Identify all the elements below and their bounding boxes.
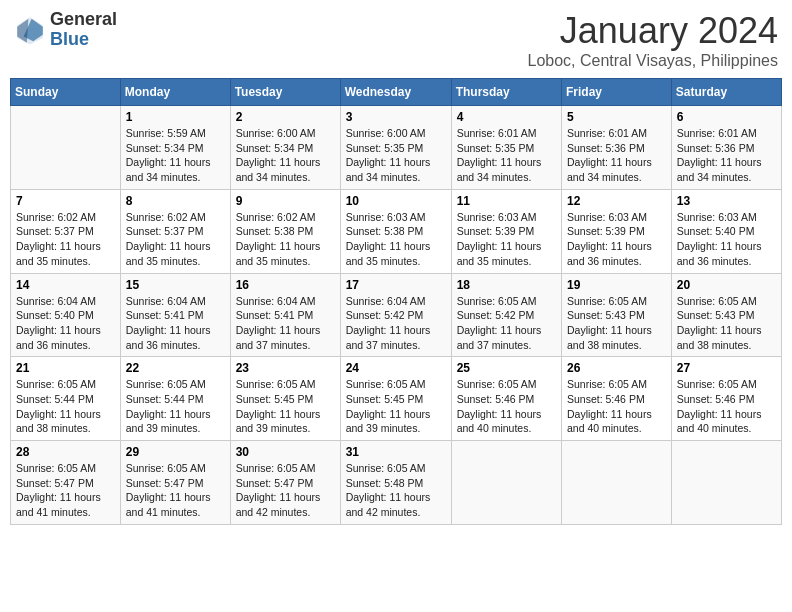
day-number: 1 xyxy=(126,110,225,124)
header-day-wednesday: Wednesday xyxy=(340,79,451,106)
day-info: Sunrise: 6:03 AM Sunset: 5:39 PM Dayligh… xyxy=(567,210,666,269)
calendar-body: 1Sunrise: 5:59 AM Sunset: 5:34 PM Daylig… xyxy=(11,106,782,525)
calendar-cell: 21Sunrise: 6:05 AM Sunset: 5:44 PM Dayli… xyxy=(11,357,121,441)
day-number: 16 xyxy=(236,278,335,292)
week-row-1: 7Sunrise: 6:02 AM Sunset: 5:37 PM Daylig… xyxy=(11,189,782,273)
day-info: Sunrise: 6:03 AM Sunset: 5:38 PM Dayligh… xyxy=(346,210,446,269)
day-info: Sunrise: 6:05 AM Sunset: 5:45 PM Dayligh… xyxy=(236,377,335,436)
day-info: Sunrise: 6:02 AM Sunset: 5:37 PM Dayligh… xyxy=(16,210,115,269)
calendar-cell: 27Sunrise: 6:05 AM Sunset: 5:46 PM Dayli… xyxy=(671,357,781,441)
day-info: Sunrise: 6:05 AM Sunset: 5:46 PM Dayligh… xyxy=(677,377,776,436)
calendar-cell: 6Sunrise: 6:01 AM Sunset: 5:36 PM Daylig… xyxy=(671,106,781,190)
calendar-cell: 12Sunrise: 6:03 AM Sunset: 5:39 PM Dayli… xyxy=(562,189,672,273)
calendar-cell: 24Sunrise: 6:05 AM Sunset: 5:45 PM Dayli… xyxy=(340,357,451,441)
day-info: Sunrise: 6:02 AM Sunset: 5:38 PM Dayligh… xyxy=(236,210,335,269)
day-number: 23 xyxy=(236,361,335,375)
calendar-cell xyxy=(11,106,121,190)
day-number: 10 xyxy=(346,194,446,208)
day-number: 20 xyxy=(677,278,776,292)
calendar-cell: 19Sunrise: 6:05 AM Sunset: 5:43 PM Dayli… xyxy=(562,273,672,357)
day-info: Sunrise: 6:05 AM Sunset: 5:47 PM Dayligh… xyxy=(16,461,115,520)
day-info: Sunrise: 5:59 AM Sunset: 5:34 PM Dayligh… xyxy=(126,126,225,185)
header-day-tuesday: Tuesday xyxy=(230,79,340,106)
day-info: Sunrise: 6:01 AM Sunset: 5:36 PM Dayligh… xyxy=(567,126,666,185)
calendar-cell: 29Sunrise: 6:05 AM Sunset: 5:47 PM Dayli… xyxy=(120,441,230,525)
day-info: Sunrise: 6:00 AM Sunset: 5:35 PM Dayligh… xyxy=(346,126,446,185)
calendar-cell: 3Sunrise: 6:00 AM Sunset: 5:35 PM Daylig… xyxy=(340,106,451,190)
day-number: 9 xyxy=(236,194,335,208)
day-info: Sunrise: 6:01 AM Sunset: 5:35 PM Dayligh… xyxy=(457,126,556,185)
day-number: 2 xyxy=(236,110,335,124)
week-row-3: 21Sunrise: 6:05 AM Sunset: 5:44 PM Dayli… xyxy=(11,357,782,441)
logo-icon xyxy=(14,14,46,46)
day-info: Sunrise: 6:05 AM Sunset: 5:46 PM Dayligh… xyxy=(457,377,556,436)
day-number: 28 xyxy=(16,445,115,459)
calendar-table: SundayMondayTuesdayWednesdayThursdayFrid… xyxy=(10,78,782,525)
day-number: 5 xyxy=(567,110,666,124)
week-row-0: 1Sunrise: 5:59 AM Sunset: 5:34 PM Daylig… xyxy=(11,106,782,190)
day-number: 27 xyxy=(677,361,776,375)
day-number: 11 xyxy=(457,194,556,208)
calendar-cell: 23Sunrise: 6:05 AM Sunset: 5:45 PM Dayli… xyxy=(230,357,340,441)
day-number: 18 xyxy=(457,278,556,292)
page-header: General Blue January 2024 Loboc, Central… xyxy=(10,10,782,70)
day-info: Sunrise: 6:03 AM Sunset: 5:40 PM Dayligh… xyxy=(677,210,776,269)
calendar-header: SundayMondayTuesdayWednesdayThursdayFrid… xyxy=(11,79,782,106)
day-number: 22 xyxy=(126,361,225,375)
day-info: Sunrise: 6:05 AM Sunset: 5:47 PM Dayligh… xyxy=(236,461,335,520)
day-info: Sunrise: 6:04 AM Sunset: 5:41 PM Dayligh… xyxy=(236,294,335,353)
calendar-cell: 5Sunrise: 6:01 AM Sunset: 5:36 PM Daylig… xyxy=(562,106,672,190)
calendar-cell: 13Sunrise: 6:03 AM Sunset: 5:40 PM Dayli… xyxy=(671,189,781,273)
day-number: 6 xyxy=(677,110,776,124)
day-info: Sunrise: 6:05 AM Sunset: 5:44 PM Dayligh… xyxy=(16,377,115,436)
month-title: January 2024 xyxy=(527,10,778,52)
logo: General Blue xyxy=(14,10,117,50)
day-info: Sunrise: 6:04 AM Sunset: 5:42 PM Dayligh… xyxy=(346,294,446,353)
calendar-cell: 16Sunrise: 6:04 AM Sunset: 5:41 PM Dayli… xyxy=(230,273,340,357)
day-info: Sunrise: 6:00 AM Sunset: 5:34 PM Dayligh… xyxy=(236,126,335,185)
title-block: January 2024 Loboc, Central Visayas, Phi… xyxy=(527,10,778,70)
day-number: 24 xyxy=(346,361,446,375)
calendar-cell: 17Sunrise: 6:04 AM Sunset: 5:42 PM Dayli… xyxy=(340,273,451,357)
header-day-friday: Friday xyxy=(562,79,672,106)
calendar-cell: 20Sunrise: 6:05 AM Sunset: 5:43 PM Dayli… xyxy=(671,273,781,357)
calendar-cell: 30Sunrise: 6:05 AM Sunset: 5:47 PM Dayli… xyxy=(230,441,340,525)
location-subtitle: Loboc, Central Visayas, Philippines xyxy=(527,52,778,70)
day-number: 26 xyxy=(567,361,666,375)
header-day-sunday: Sunday xyxy=(11,79,121,106)
calendar-cell: 14Sunrise: 6:04 AM Sunset: 5:40 PM Dayli… xyxy=(11,273,121,357)
calendar-cell: 28Sunrise: 6:05 AM Sunset: 5:47 PM Dayli… xyxy=(11,441,121,525)
calendar-cell xyxy=(562,441,672,525)
calendar-cell: 9Sunrise: 6:02 AM Sunset: 5:38 PM Daylig… xyxy=(230,189,340,273)
day-info: Sunrise: 6:01 AM Sunset: 5:36 PM Dayligh… xyxy=(677,126,776,185)
calendar-cell: 1Sunrise: 5:59 AM Sunset: 5:34 PM Daylig… xyxy=(120,106,230,190)
calendar-cell: 31Sunrise: 6:05 AM Sunset: 5:48 PM Dayli… xyxy=(340,441,451,525)
header-day-thursday: Thursday xyxy=(451,79,561,106)
calendar-cell: 10Sunrise: 6:03 AM Sunset: 5:38 PM Dayli… xyxy=(340,189,451,273)
day-info: Sunrise: 6:05 AM Sunset: 5:46 PM Dayligh… xyxy=(567,377,666,436)
day-number: 19 xyxy=(567,278,666,292)
day-info: Sunrise: 6:05 AM Sunset: 5:42 PM Dayligh… xyxy=(457,294,556,353)
week-row-4: 28Sunrise: 6:05 AM Sunset: 5:47 PM Dayli… xyxy=(11,441,782,525)
calendar-cell: 4Sunrise: 6:01 AM Sunset: 5:35 PM Daylig… xyxy=(451,106,561,190)
calendar-cell: 18Sunrise: 6:05 AM Sunset: 5:42 PM Dayli… xyxy=(451,273,561,357)
day-number: 21 xyxy=(16,361,115,375)
calendar-cell xyxy=(451,441,561,525)
calendar-cell: 2Sunrise: 6:00 AM Sunset: 5:34 PM Daylig… xyxy=(230,106,340,190)
calendar-cell: 8Sunrise: 6:02 AM Sunset: 5:37 PM Daylig… xyxy=(120,189,230,273)
day-info: Sunrise: 6:05 AM Sunset: 5:43 PM Dayligh… xyxy=(567,294,666,353)
day-info: Sunrise: 6:05 AM Sunset: 5:48 PM Dayligh… xyxy=(346,461,446,520)
day-number: 30 xyxy=(236,445,335,459)
header-day-saturday: Saturday xyxy=(671,79,781,106)
day-info: Sunrise: 6:05 AM Sunset: 5:45 PM Dayligh… xyxy=(346,377,446,436)
calendar-cell: 25Sunrise: 6:05 AM Sunset: 5:46 PM Dayli… xyxy=(451,357,561,441)
day-number: 15 xyxy=(126,278,225,292)
day-number: 7 xyxy=(16,194,115,208)
day-number: 29 xyxy=(126,445,225,459)
header-day-monday: Monday xyxy=(120,79,230,106)
day-number: 4 xyxy=(457,110,556,124)
week-row-2: 14Sunrise: 6:04 AM Sunset: 5:40 PM Dayli… xyxy=(11,273,782,357)
day-info: Sunrise: 6:03 AM Sunset: 5:39 PM Dayligh… xyxy=(457,210,556,269)
day-number: 13 xyxy=(677,194,776,208)
day-number: 12 xyxy=(567,194,666,208)
